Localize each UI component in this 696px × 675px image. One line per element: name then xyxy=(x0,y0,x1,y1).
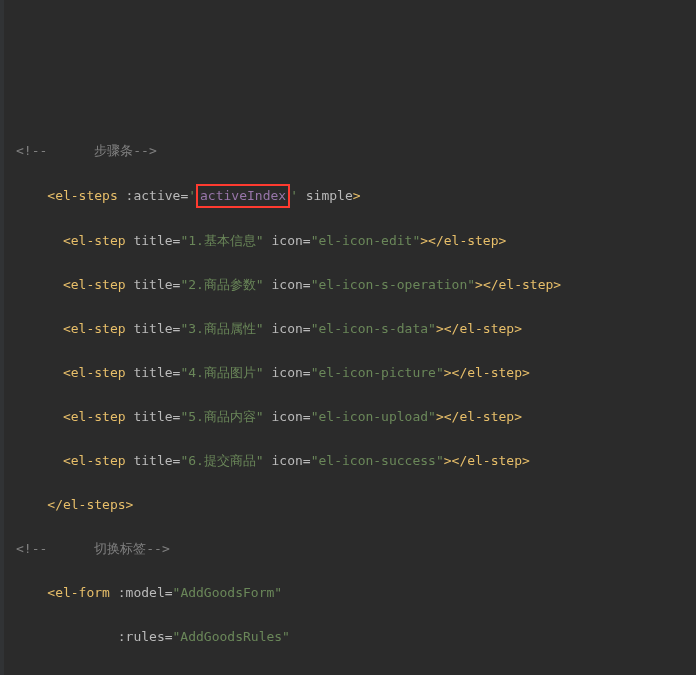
code-line: <el-step title="1.基本信息" icon="el-icon-ed… xyxy=(8,230,696,252)
code-line: <!-- 切换标签--> xyxy=(8,538,696,560)
code-line: <el-step title="5.商品内容" icon="el-icon-up… xyxy=(8,406,696,428)
code-line: <el-form :model="AddGoodsForm" xyxy=(8,582,696,604)
code-line: ref="AddGoodsFormRef" xyxy=(8,670,696,675)
code-line: <el-step title="2.商品参数" icon="el-icon-s-… xyxy=(8,274,696,296)
code-line: <el-step title="3.商品属性" icon="el-icon-s-… xyxy=(8,318,696,340)
code-line: <el-step title="4.商品图片" icon="el-icon-pi… xyxy=(8,362,696,384)
code-line: <!-- 步骤条--> xyxy=(8,140,696,162)
code-line: <el-step title="6.提交商品" icon="el-icon-su… xyxy=(8,450,696,472)
highlight-activeIndex: activeIndex xyxy=(196,184,290,208)
code-line: :rules="AddGoodsRules" xyxy=(8,626,696,648)
code-line: </el-steps> xyxy=(8,494,696,516)
code-editor[interactable]: <!-- 步骤条--> <el-steps :active='activeInd… xyxy=(8,118,696,675)
code-line: <el-steps :active='activeIndex' simple> xyxy=(8,184,696,208)
